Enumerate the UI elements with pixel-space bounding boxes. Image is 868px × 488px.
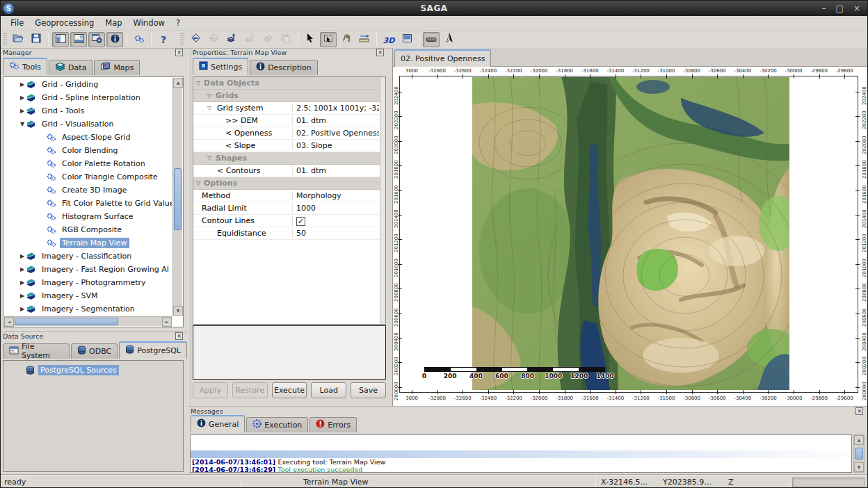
tree-item-grid-gridding[interactable]: ▶Grid - Gridding <box>3 78 172 91</box>
select-tool-button[interactable] <box>302 32 319 47</box>
messages-tab-execution[interactable]: Execution <box>246 417 308 432</box>
property-category-shapes[interactable]: ▽Shapes <box>193 152 385 165</box>
property-value[interactable]: 03. Slope <box>292 141 379 150</box>
expander-arrow-icon[interactable]: ▽ <box>207 155 211 161</box>
tree-item-grid-tools[interactable]: ▶Grid - Tools <box>3 104 172 117</box>
tree-item-imagery-fast-region-growing-al[interactable]: ▶Imagery - Fast Region Growing Al <box>3 263 172 276</box>
menu-geoprocessing[interactable]: Geoprocessing <box>29 17 99 29</box>
toggle-properties-button[interactable] <box>88 32 105 47</box>
scroll-up-icon[interactable]: ▲ <box>854 435 864 445</box>
tree-item-grid-spline-interpolation[interactable]: ▶Grid - Spline Interpolation <box>3 91 172 104</box>
property-row-dem[interactable]: >> DEM01. dtm <box>193 115 385 127</box>
property-value[interactable]: 01. dtm <box>292 166 379 175</box>
manager-tab-maps[interactable]: Maps <box>94 60 140 75</box>
property-row-openness[interactable]: < Openness02. Positive Openness <box>193 127 385 140</box>
map-canvas[interactable] <box>472 77 789 390</box>
property-row-slope[interactable]: < Slope03. Slope <box>193 140 385 152</box>
expand-arrow-icon[interactable]: ▶ <box>19 108 26 114</box>
toggle-messages-button[interactable] <box>106 32 123 47</box>
property-value[interactable]: ✓ <box>292 215 379 226</box>
tree-item-imagery-photogrammetry[interactable]: ▶Imagery - Photogrammetry <box>3 276 172 289</box>
tree-item-terrain-map-view[interactable]: Terrain Map View <box>3 236 172 250</box>
open-file-button[interactable] <box>10 32 26 47</box>
property-value[interactable]: 50 <box>292 229 379 238</box>
save-file-button[interactable] <box>28 32 45 47</box>
expand-arrow-icon[interactable]: ▶ <box>19 81 26 88</box>
scroll-thumb[interactable] <box>174 168 182 230</box>
collapse-arrow-icon[interactable]: ▼ <box>19 121 26 127</box>
scroll-left-icon[interactable]: ◄ <box>4 317 14 327</box>
manager-close-icon[interactable]: × <box>175 49 183 56</box>
north-arrow-button[interactable] <box>441 32 458 47</box>
expand-arrow-icon[interactable]: ▶ <box>19 95 26 101</box>
tree-item-fit-color-palette-to-grid-values[interactable]: Fit Color Palette to Grid Values <box>3 197 172 210</box>
property-row-method[interactable]: MethodMorphology <box>193 190 385 202</box>
data-source-tab-odbc[interactable]: ODBC <box>71 343 118 359</box>
tree-item-rgb-composite[interactable]: RGB Composite <box>3 223 172 236</box>
data-source-item-postgresql-sources[interactable]: PostgreSQL Sources <box>3 364 183 377</box>
scroll-thumb[interactable] <box>855 448 863 459</box>
properties-tab-settings[interactable]: Settings <box>193 58 248 75</box>
properties-tab-description[interactable]: Description <box>250 60 318 75</box>
property-value[interactable]: 02. Positive Openness <box>292 129 379 138</box>
property-row-contours[interactable]: < Contours01. dtm <box>193 165 385 177</box>
expander-arrow-icon[interactable]: ▽ <box>207 105 211 111</box>
property-row-equidistance[interactable]: Equidistance50 <box>193 227 385 240</box>
scroll-up-icon[interactable]: ▲ <box>173 78 183 88</box>
toggle-manager-button[interactable] <box>52 32 69 47</box>
toggle-data-source-button[interactable] <box>70 32 87 47</box>
menu-help[interactable]: ? <box>170 17 186 29</box>
property-value[interactable]: 01. dtm <box>292 116 379 125</box>
expand-arrow-icon[interactable]: ▶ <box>19 266 26 273</box>
maximize-button[interactable]: □ <box>836 4 844 13</box>
minimize-button[interactable]: – <box>822 4 826 13</box>
tree-item-imagery-svm[interactable]: ▶Imagery - SVM <box>3 289 172 302</box>
title-bar[interactable]: S SAGA – □ × <box>1 1 867 16</box>
toolbar-drag-handle[interactable] <box>180 33 184 46</box>
expander-arrow-icon[interactable]: ▽ <box>196 80 200 86</box>
log-line[interactable]: [2014-06-07/13:46:01] Executing tool: Te… <box>191 458 851 466</box>
tree-vertical-scrollbar[interactable]: ▲ ▼ <box>172 78 182 316</box>
add-layer-to-map-button[interactable] <box>223 32 240 47</box>
menu-window[interactable]: Window <box>128 17 170 29</box>
tree-item-create-3d-image[interactable]: Create 3D Image <box>3 184 172 197</box>
messages-tab-general[interactable]: General <box>191 415 245 432</box>
data-source-tab-file-system[interactable]: File System <box>3 343 70 359</box>
zoom-full-extent-button[interactable] <box>187 32 204 47</box>
properties-close-icon[interactable]: × <box>376 49 384 56</box>
tree-item-imagery-segmentation[interactable]: ▶Imagery - Segmentation <box>3 302 172 316</box>
property-value[interactable]: Morphology <box>292 191 379 200</box>
zoom-tool-button[interactable] <box>320 32 337 47</box>
contour-lines-checkbox[interactable]: ✓ <box>296 217 305 226</box>
map-tab-positive-openness[interactable]: 02. Positive Openness <box>394 49 491 67</box>
tree-item-grid-visualisation[interactable]: ▼Grid - Visualisation <box>3 117 172 131</box>
scroll-thumb[interactable] <box>15 318 118 325</box>
menu-map[interactable]: Map <box>99 17 127 29</box>
tree-horizontal-scrollbar[interactable]: ◄ ► <box>4 316 172 326</box>
scroll-down-icon[interactable]: ▼ <box>173 306 183 316</box>
data-source-tab-postgresql[interactable]: PostgreSQL <box>119 341 187 359</box>
messages-log[interactable]: [2014-06-07/13:46:01] Executing tool: Te… <box>190 434 852 473</box>
menu-file[interactable]: File <box>5 17 29 29</box>
tree-item-color-blending[interactable]: Color Blending <box>3 144 172 157</box>
close-button[interactable]: × <box>853 4 860 13</box>
property-value[interactable]: 2.5; 1001x 1001y; -32500 <box>292 104 379 113</box>
expand-arrow-icon[interactable]: ▶ <box>19 306 26 312</box>
tree-item-histogram-surface[interactable]: Histogram Surface <box>3 210 172 223</box>
tree-item-color-palette-rotation[interactable]: Color Palette Rotation <box>3 157 172 170</box>
property-value[interactable]: 1000 <box>292 204 379 213</box>
measure-tool-button[interactable] <box>356 32 373 47</box>
expand-arrow-icon[interactable]: ▶ <box>19 279 26 286</box>
messages-tab-errors[interactable]: Errors <box>310 417 357 432</box>
view-3d-button[interactable]: 3D <box>380 32 397 47</box>
execute-button[interactable]: Execute <box>272 382 307 398</box>
scroll-down-icon[interactable]: ▼ <box>854 462 864 472</box>
tree-item-color-triangle-composite[interactable]: Color Triangle Composite <box>3 170 172 184</box>
load-button[interactable]: Load <box>311 382 346 398</box>
save-map-image-button[interactable] <box>399 32 415 47</box>
log-selected-line[interactable] <box>191 450 851 458</box>
pan-tool-button[interactable] <box>338 32 355 47</box>
property-row-radial-limit[interactable]: Radial Limit1000 <box>193 202 385 215</box>
tool-chains-button[interactable] <box>131 32 147 47</box>
toolbar-drag-handle[interactable] <box>3 33 7 46</box>
